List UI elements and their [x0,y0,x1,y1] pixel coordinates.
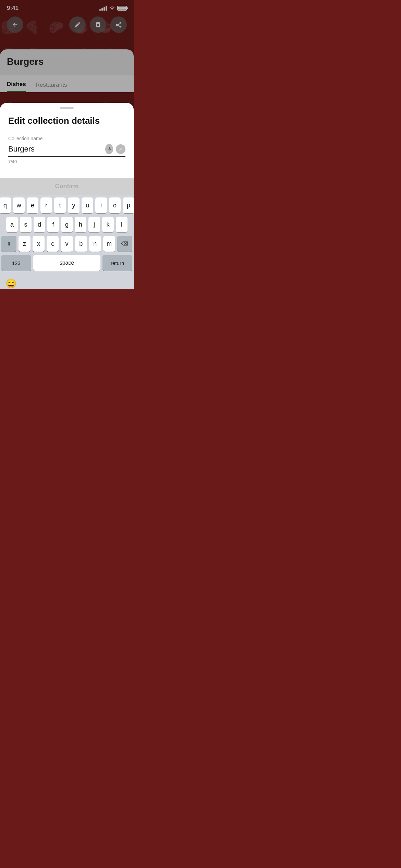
key-n[interactable]: n [89,236,101,252]
key-v[interactable]: v [61,236,73,252]
key-m[interactable]: m [103,236,115,252]
key-h[interactable]: h [75,217,86,232]
key-c[interactable]: c [47,236,59,252]
keyboard-row-4: 123 space return [1,255,132,271]
keyboard: q w e r t y u i o p a s d f g h j k l ⇧ … [0,195,134,276]
key-j[interactable]: j [88,217,100,232]
clear-button[interactable] [116,144,125,154]
shift-key[interactable]: ⇧ [1,236,16,252]
collection-name-input[interactable] [8,145,102,154]
voice-button[interactable] [105,144,113,154]
space-key[interactable]: space [33,255,101,271]
modal-handle [60,107,74,109]
key-k[interactable]: k [102,217,114,232]
key-f[interactable]: f [47,217,59,232]
key-x[interactable]: x [33,236,45,252]
key-z[interactable]: z [19,236,31,252]
keyboard-row-1: q w e r t y u i o p [1,197,132,213]
input-row [8,144,125,157]
key-s[interactable]: s [20,217,32,232]
edit-collection-modal: Edit collection details Collection name … [0,103,134,289]
confirm-button[interactable]: Confirm [55,183,79,190]
key-o[interactable]: o [109,197,121,213]
field-label: Collection name [8,136,125,141]
backspace-key[interactable]: ⌫ [117,236,132,252]
keyboard-row-3: ⇧ z x c v b n m ⌫ [1,236,132,252]
key-d[interactable]: d [34,217,45,232]
key-e[interactable]: e [27,197,38,213]
key-a[interactable]: a [6,217,18,232]
bottom-bar: 😄 [0,276,134,289]
key-w[interactable]: w [13,197,25,213]
key-p[interactable]: p [123,197,134,213]
key-g[interactable]: g [61,217,73,232]
key-q[interactable]: q [0,197,11,213]
key-r[interactable]: r [40,197,52,213]
key-i[interactable]: i [95,197,107,213]
return-key[interactable]: return [102,255,132,271]
key-t[interactable]: t [54,197,66,213]
key-y[interactable]: y [68,197,80,213]
key-u[interactable]: u [82,197,93,213]
keyboard-row-2: a s d f g h j k l [1,217,132,232]
key-l[interactable]: l [116,217,127,232]
emoji-button[interactable]: 😄 [5,278,16,289]
confirm-area: Confirm [0,178,134,195]
char-count: 7/40 [8,159,125,164]
modal-title: Edit collection details [8,116,125,126]
key-b[interactable]: b [75,236,87,252]
numeric-key[interactable]: 123 [1,255,31,271]
